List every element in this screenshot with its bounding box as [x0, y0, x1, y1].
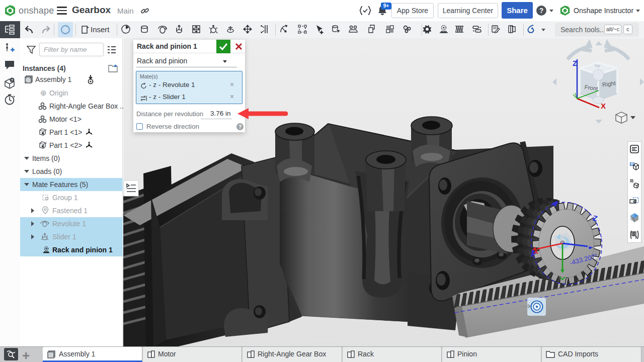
svg-text:Z: Z: [573, 59, 577, 67]
svg-text:?: ?: [11, 78, 14, 82]
svg-text:Top: Top: [594, 64, 600, 68]
svg-text:X: X: [601, 102, 606, 110]
svg-text:X: X: [533, 247, 538, 255]
